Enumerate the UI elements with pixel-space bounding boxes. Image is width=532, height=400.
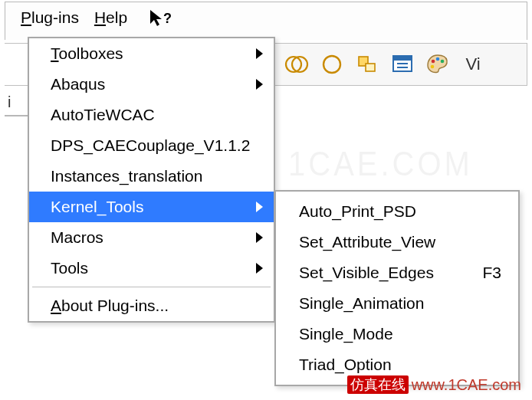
- menu-item-dps-caecouplage[interactable]: DPS_CAECouplage_V1.1.2: [29, 130, 274, 161]
- menu-help[interactable]: Help: [87, 7, 135, 30]
- menu-item-abaqus[interactable]: Abaqus: [29, 69, 274, 100]
- toolbar-circle-icon[interactable]: [316, 48, 348, 80]
- watermark-faint: 1CAE.COM: [288, 146, 473, 184]
- svg-text:?: ?: [163, 11, 172, 26]
- toolbar-palette-icon[interactable]: [422, 48, 454, 80]
- plugins-dropdown: Toolboxes Abaqus AutoTieWCAC DPS_CAECoup…: [28, 37, 275, 323]
- toolbar-shapes-icon[interactable]: [351, 48, 383, 80]
- menubar: Plug-ins Help ?: [5, 2, 527, 30]
- svg-point-11: [436, 57, 440, 61]
- menu-separator: [32, 287, 271, 287]
- menu-item-tools[interactable]: Tools: [29, 253, 274, 284]
- submenu-item-single-mode[interactable]: Single_Mode: [276, 319, 518, 349]
- kernel-tools-submenu: Auto_Print_PSD Set_Attribute_View Set_Vi…: [274, 190, 520, 386]
- svg-point-10: [432, 60, 435, 64]
- submenu-item-single-animation[interactable]: Single_Animation: [276, 288, 518, 319]
- submenu-item-set-visible-edges[interactable]: Set_Visible_Edges F3: [276, 257, 518, 288]
- svg-point-12: [441, 60, 445, 64]
- menu-item-macros[interactable]: Macros: [29, 222, 274, 253]
- menu-item-about-plugins[interactable]: About Plug-ins...: [29, 290, 274, 321]
- submenu-item-triad-option[interactable]: Triad_Option: [276, 349, 518, 380]
- menu-item-kernel-tools[interactable]: Kernel_Tools: [29, 192, 274, 222]
- secondary-bar-fragment: i: [8, 93, 11, 111]
- menu-item-autotiewcac[interactable]: AutoTieWCAC: [29, 100, 274, 130]
- svg-rect-5: [366, 64, 375, 71]
- submenu-item-set-attribute-view[interactable]: Set_Attribute_View: [276, 227, 518, 257]
- toolbar-window-icon[interactable]: [386, 48, 419, 80]
- svg-point-3: [323, 56, 340, 73]
- submenu-item-auto-print-psd[interactable]: Auto_Print_PSD: [276, 196, 518, 227]
- whats-this-icon[interactable]: ?: [149, 8, 172, 28]
- menu-item-toolboxes[interactable]: Toolboxes: [29, 38, 274, 69]
- menu-item-instances-translation[interactable]: Instances_translation: [29, 161, 274, 192]
- menu-plugins[interactable]: Plug-ins: [13, 7, 87, 30]
- toolbar-trailing-text[interactable]: Vi: [457, 48, 489, 80]
- toolbar-circles-overlap-icon[interactable]: [281, 48, 313, 80]
- svg-point-13: [431, 65, 435, 69]
- svg-rect-7: [393, 56, 412, 61]
- submenu-accelerator: F3: [482, 264, 501, 282]
